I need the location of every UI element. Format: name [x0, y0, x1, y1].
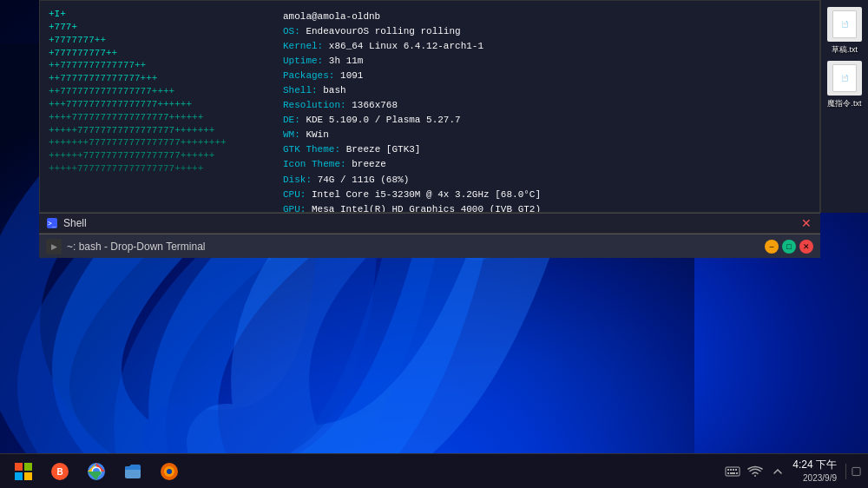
files-button[interactable] — [116, 455, 149, 488]
shell-strip: >_ Shell ✕ — [39, 213, 820, 234]
maximize-button[interactable]: □ — [782, 240, 796, 254]
icon-val: breeze — [352, 159, 386, 169]
hostname: amola@amola-oldnb — [283, 11, 380, 22]
icon-label: Icon Theme: — [283, 159, 346, 169]
svg-rect-6 — [24, 472, 32, 480]
command-icon: 📄 — [827, 61, 862, 96]
os-val: EndeavourOS rolling rolling — [306, 26, 460, 36]
ascii-art: +I+ +777+ +7777777++ +777777777++ ++7777… — [49, 8, 266, 212]
svg-rect-18 — [730, 469, 732, 471]
svg-rect-19 — [733, 469, 734, 471]
terminal-window-controls: – □ ✕ — [765, 240, 813, 254]
terminal-body: +I+ +777+ +7777777++ +777777777++ ++7777… — [49, 8, 811, 212]
shell-icon: >_ — [46, 217, 58, 229]
dropdown-terminal-bar: ▶ ~: bash - Drop-Down Terminal – □ ✕ — [39, 234, 820, 258]
kernel-val: x86_64 Linux 6.4.12-arch1-1 — [329, 41, 483, 51]
yakuake-button[interactable] — [153, 455, 186, 488]
svg-text:B: B — [56, 467, 62, 477]
shell-close-button[interactable]: ✕ — [799, 216, 813, 230]
svg-rect-23 — [736, 472, 738, 474]
date-display: 2023/9/9 — [792, 472, 837, 484]
shell-tab-label: Shell — [63, 217, 794, 229]
clock: 4:24 下午 2023/9/9 — [792, 458, 837, 484]
resolution-val: 1366x768 — [352, 100, 398, 110]
draft-icon: 📄 — [827, 7, 862, 42]
packages-val: 1091 — [340, 70, 363, 81]
desktop-icons: 📄 草稿.txt 📄 魔指令.txt — [820, 0, 868, 213]
gtk-label: GTK Theme: — [283, 144, 340, 155]
svg-rect-17 — [727, 469, 729, 471]
dropdown-terminal-title: ~: bash - Drop-Down Terminal — [67, 241, 760, 253]
cpu-label: CPU: — [283, 189, 306, 200]
svg-rect-3 — [15, 463, 23, 471]
terminal-content: +I+ +777+ +7777777++ +777777777++ ++7777… — [40, 1, 819, 212]
svg-rect-16 — [726, 467, 740, 476]
disk-label: Disk: — [283, 175, 312, 185]
show-desktop-icon[interactable] — [845, 464, 861, 479]
disk-val: 74G / 111G (68%) — [318, 175, 410, 185]
start-button[interactable] — [7, 455, 40, 488]
wifi-icon — [747, 464, 763, 479]
gpu-val: Mesa Intel(R) HD Graphics 4000 (IVB GT2) — [312, 204, 541, 212]
desktop-icon-command[interactable]: 📄 魔指令.txt — [827, 61, 862, 109]
shell-val: bash — [323, 85, 345, 96]
de-label: DE: — [283, 115, 300, 125]
svg-rect-22 — [730, 472, 735, 474]
system-info: amola@amola-oldnb OS: EndeavourOS rollin… — [283, 8, 811, 212]
gpu-label: GPU: — [283, 204, 306, 212]
minimize-button[interactable]: – — [765, 240, 779, 254]
resolution-label: Resolution: — [283, 100, 346, 110]
svg-rect-24 — [852, 467, 860, 475]
close-button[interactable]: ✕ — [799, 240, 813, 254]
time-display: 4:24 下午 — [792, 458, 837, 472]
keyboard-icon — [725, 464, 740, 479]
wm-label: WM: — [283, 129, 300, 140]
wm-val: KWin — [306, 129, 328, 140]
svg-point-15 — [167, 469, 172, 474]
packages-label: Packages: — [283, 70, 334, 81]
de-val: KDE 5.109.0 / Plasma 5.27.7 — [306, 115, 460, 125]
shell-label: Shell: — [283, 85, 318, 96]
chevron-up-icon[interactable] — [770, 464, 786, 479]
desktop-icon-draft[interactable]: 📄 草稿.txt — [827, 7, 862, 56]
uptime-val: 3h 11m — [329, 56, 364, 66]
svg-rect-4 — [24, 463, 32, 471]
draft-label: 草稿.txt — [832, 44, 858, 56]
terminal-window: +I+ +777+ +7777777++ +777777777++ ++7777… — [39, 0, 820, 213]
svg-text:>_: >_ — [48, 220, 56, 228]
svg-rect-20 — [735, 469, 737, 471]
taskbar: B — [0, 453, 868, 488]
dropdown-terminal-icon: ▶ — [46, 239, 62, 254]
os-label: OS: — [283, 26, 300, 36]
svg-rect-5 — [15, 472, 23, 480]
brave-button[interactable]: B — [43, 455, 76, 488]
cpu-val: Intel Core i5-3230M @ 4x 3.2GHz [68.0°C] — [312, 189, 541, 200]
command-label: 魔指令.txt — [827, 98, 861, 109]
taskbar-tray: 4:24 下午 2023/9/9 — [725, 458, 861, 484]
uptime-label: Uptime: — [283, 56, 323, 66]
chrome-button[interactable] — [80, 455, 113, 488]
svg-rect-21 — [727, 472, 729, 474]
kernel-label: Kernel: — [283, 41, 323, 51]
taskbar-apps: B — [7, 455, 725, 488]
gtk-val: Breeze [GTK3] — [346, 144, 421, 155]
